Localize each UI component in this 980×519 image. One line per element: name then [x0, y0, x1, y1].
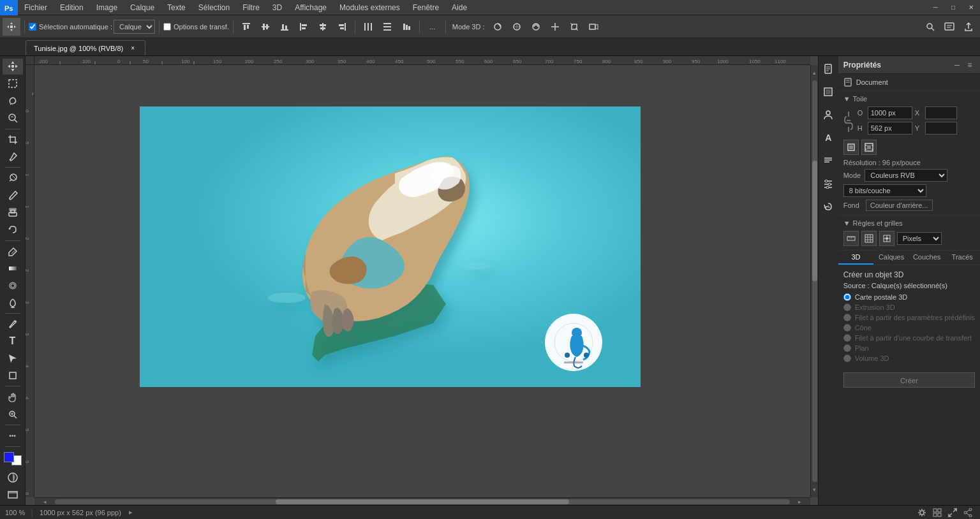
units-dropdown[interactable]: Pixels [897, 232, 942, 245]
share-button[interactable] [960, 18, 977, 36]
scrollbar-h-thumb[interactable] [276, 499, 570, 504]
more-options-button[interactable]: ... [424, 18, 442, 36]
3d-roll-button[interactable] [527, 18, 545, 36]
canvas-content[interactable] [34, 65, 810, 497]
person-icon-btn[interactable] [818, 105, 838, 125]
menu-3d[interactable]: 3D [266, 0, 288, 15]
3d-scale-button[interactable] [565, 18, 583, 36]
scrollbar-v-thumb[interactable] [812, 161, 817, 281]
quick-mask-button[interactable] [3, 469, 23, 485]
color-mode-dropdown[interactable]: Couleurs RVB [865, 169, 947, 182]
toile-section-title[interactable]: ▼ Toile [843, 95, 975, 103]
fit-to-canvas-button[interactable] [843, 140, 859, 155]
menu-fichier[interactable]: Fichier [18, 0, 54, 15]
app-icon[interactable]: Ps [0, 0, 18, 15]
search-button[interactable] [921, 18, 939, 36]
align-left-button[interactable] [295, 18, 313, 36]
snap-icon-button[interactable] [879, 231, 895, 246]
distribute-bottom-button[interactable] [397, 18, 415, 36]
height-input[interactable] [868, 122, 912, 135]
move-tool[interactable] [3, 59, 23, 75]
tab-traces[interactable]: Tracés [944, 251, 980, 265]
scroll-left-button[interactable]: ◂ [34, 499, 55, 505]
tab-close-button[interactable]: × [128, 44, 137, 53]
create-button[interactable]: Créer [843, 372, 975, 388]
x-input[interactable] [925, 106, 957, 119]
scroll-up-button[interactable]: ▴ [812, 65, 818, 80]
chain-link-icon[interactable] [843, 110, 854, 133]
history-icon-btn[interactable] [818, 196, 838, 217]
3d-pan-button[interactable] [508, 18, 526, 36]
blur-tool[interactable] [3, 277, 23, 293]
options-transf-checkbox[interactable] [163, 23, 171, 31]
eyedropper-tool[interactable] [3, 149, 23, 164]
marquee-select-tool[interactable] [3, 76, 23, 92]
text-format-icon-btn[interactable]: A [818, 128, 838, 148]
hand-tool[interactable] [3, 389, 23, 405]
scroll-right-button[interactable]: ▸ [790, 499, 810, 505]
y-input[interactable] [925, 122, 957, 135]
status-grid-button[interactable] [930, 506, 944, 520]
3d-rotate-button[interactable] [489, 18, 507, 36]
panel-minimize-button[interactable]: ─ [952, 60, 962, 70]
menu-aide[interactable]: Aide [445, 0, 473, 15]
distribute-vcenter-button[interactable] [378, 18, 396, 36]
fit-to-content-button[interactable] [861, 140, 877, 155]
eraser-tool[interactable] [3, 243, 23, 259]
path-select-tool[interactable] [3, 351, 23, 367]
active-tab[interactable]: Tunisie.jpg @ 100% (RVB/8) × [26, 40, 145, 55]
dodge-tool[interactable] [3, 295, 23, 311]
align-hcenter-button[interactable] [314, 18, 332, 36]
align-bottom-button[interactable] [276, 18, 293, 36]
gradient-tool[interactable] [3, 260, 23, 276]
menu-selection[interactable]: Sélection [192, 0, 236, 15]
maximize-button[interactable]: □ [944, 0, 962, 15]
3d-slide-button[interactable] [546, 18, 564, 36]
adjustments-icon-btn[interactable] [818, 173, 838, 194]
more-tools-button[interactable]: ••• [3, 428, 23, 444]
history-brush-tool[interactable] [3, 222, 23, 238]
status-expand-button[interactable] [946, 506, 960, 520]
regles-section-title[interactable]: ▼ Règles et grilles [843, 219, 975, 227]
panel-menu-button[interactable]: ≡ [965, 60, 975, 70]
3d-video-button[interactable] [584, 18, 602, 36]
pen-tool[interactable] [3, 316, 23, 332]
ruler-icon-button[interactable] [843, 231, 859, 246]
auto-select-checkbox[interactable] [29, 23, 36, 31]
menu-edition[interactable]: Edition [54, 0, 90, 15]
stamp-tool[interactable] [3, 205, 23, 221]
option-carte-postale-radio[interactable] [843, 293, 851, 301]
tab-3d[interactable]: 3D [838, 251, 874, 265]
workspace-button[interactable] [940, 18, 958, 36]
grid-icon-button[interactable] [861, 231, 877, 246]
distribute-top-button[interactable] [359, 18, 377, 36]
align-top-button[interactable] [237, 18, 255, 36]
menu-image[interactable]: Image [90, 0, 124, 15]
shape-tool[interactable] [3, 368, 23, 384]
fond-button[interactable]: Couleur d'arrière... [866, 200, 933, 211]
menu-modules-externes[interactable]: Modules externes [333, 0, 406, 15]
canvas-icon-btn[interactable] [818, 82, 838, 102]
tab-couches[interactable]: Couches [909, 251, 945, 265]
menu-fenetre[interactable]: Fenêtre [406, 0, 445, 15]
crop-tool[interactable] [3, 131, 23, 147]
bits-dropdown[interactable]: 8 bits/couche [843, 184, 926, 197]
align-vcenter-button[interactable] [256, 18, 274, 36]
zoom-tool[interactable] [3, 406, 23, 422]
canvas-area[interactable]: -200 -100 0 50 100 150 200 250 300 350 4… [26, 56, 818, 505]
foreground-color-swatch[interactable] [4, 452, 14, 462]
scrollbar-vertical[interactable]: ▴ ▾ [810, 65, 818, 497]
status-settings-button[interactable] [915, 506, 929, 520]
menu-texte[interactable]: Texte [161, 0, 192, 15]
paragraph-icon-btn[interactable] [818, 150, 838, 171]
screen-mode-button[interactable] [3, 486, 23, 502]
document-icon-btn[interactable] [818, 59, 838, 79]
menu-calque[interactable]: Calque [124, 0, 161, 15]
width-input[interactable] [868, 106, 912, 119]
brush-tool[interactable] [3, 187, 23, 203]
text-tool[interactable]: T [3, 333, 23, 349]
scroll-down-button[interactable]: ▾ [812, 482, 818, 497]
close-button[interactable]: ✕ [962, 0, 980, 15]
statusbar-expand-button[interactable]: ▸ [126, 508, 135, 517]
heal-tool[interactable] [3, 170, 23, 186]
